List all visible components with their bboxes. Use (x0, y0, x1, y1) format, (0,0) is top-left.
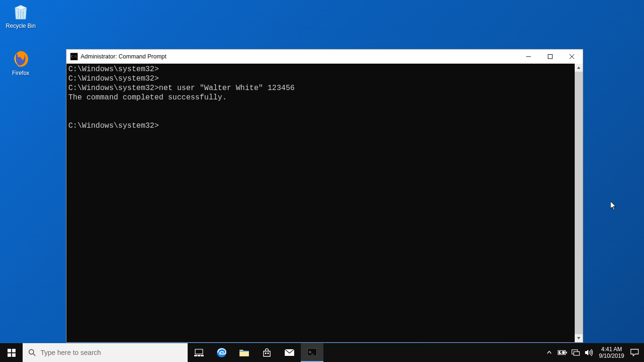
volume-icon (585, 349, 593, 356)
recycle-bin-icon (11, 2, 31, 22)
cmd-taskbar-icon: >_ (307, 348, 317, 356)
svg-rect-14 (194, 355, 197, 356)
minimize-button[interactable] (518, 49, 539, 64)
svg-rect-26 (566, 352, 567, 354)
scroll-up-button[interactable] (575, 64, 583, 72)
svg-rect-8 (12, 349, 15, 352)
scroll-track[interactable] (575, 72, 583, 334)
mouse-cursor (611, 201, 617, 211)
desktop-icon-recycle-bin[interactable]: Recycle Bin (3, 2, 39, 29)
cmd-icon: C:\ (70, 53, 78, 60)
svg-rect-15 (198, 355, 200, 356)
svg-marker-6 (577, 337, 580, 339)
close-button[interactable] (561, 49, 583, 64)
terminal-output[interactable]: C:\Windows\system32> C:\Windows\system32… (66, 64, 575, 342)
desktop-icon-label: Recycle Bin (3, 23, 39, 29)
desktop-icon-firefox[interactable]: Firefox (3, 49, 39, 76)
chevron-up-icon (547, 350, 552, 355)
store-icon (262, 348, 272, 357)
svg-rect-29 (574, 352, 579, 355)
svg-rect-2 (548, 55, 553, 59)
svg-line-12 (33, 354, 36, 356)
task-view-icon (194, 349, 204, 356)
search-icon (28, 349, 36, 356)
tray-battery[interactable] (556, 343, 569, 362)
tray-network[interactable] (569, 343, 582, 362)
clock-date: 9/10/2019 (599, 353, 624, 359)
svg-text:>_: >_ (309, 350, 314, 354)
taskbar-mail[interactable] (278, 343, 301, 362)
svg-rect-18 (239, 352, 249, 356)
window-title: Administrator: Command Prompt (81, 53, 166, 60)
maximize-button[interactable] (539, 49, 561, 64)
tray-clock[interactable]: 4:41 AM 9/10/2019 (595, 343, 628, 362)
svg-rect-20 (265, 353, 266, 354)
tray-action-center[interactable] (628, 343, 641, 362)
network-icon (571, 349, 580, 356)
system-tray: 4:41 AM 9/10/2019 (543, 343, 644, 362)
show-desktop-button[interactable] (641, 343, 644, 362)
svg-marker-5 (577, 66, 580, 69)
taskbar-edge[interactable] (210, 343, 233, 362)
tray-overflow-button[interactable] (543, 343, 556, 362)
notification-icon (630, 349, 639, 356)
search-input[interactable]: Type here to search (23, 343, 188, 362)
task-view-button[interactable] (188, 343, 210, 362)
taskbar-store[interactable] (256, 343, 278, 362)
mail-icon (284, 349, 295, 356)
window-titlebar[interactable]: C:\ Administrator: Command Prompt (66, 49, 583, 64)
tray-volume[interactable] (582, 343, 595, 362)
firefox-icon (11, 49, 31, 69)
svg-rect-21 (267, 353, 269, 354)
scroll-down-button[interactable] (575, 334, 583, 342)
clock-time: 4:41 AM (601, 346, 622, 353)
svg-rect-13 (195, 349, 203, 354)
scroll-thumb[interactable] (575, 72, 583, 334)
taskbar: Type here to search (0, 343, 644, 362)
battery-icon (558, 350, 567, 355)
windows-logo-icon (8, 349, 16, 357)
edge-icon (216, 347, 227, 358)
taskbar-command-prompt[interactable]: >_ (301, 343, 323, 362)
taskbar-file-explorer[interactable] (233, 343, 256, 362)
scrollbar[interactable] (575, 64, 583, 342)
svg-rect-10 (12, 353, 15, 356)
svg-rect-19 (239, 351, 249, 352)
desktop-icon-label: Firefox (3, 70, 39, 76)
svg-rect-9 (8, 353, 11, 356)
svg-rect-7 (8, 349, 11, 352)
svg-point-11 (29, 350, 34, 354)
svg-rect-16 (201, 355, 204, 356)
command-prompt-window: C:\ Administrator: Command Prompt C:\Win… (66, 49, 583, 343)
search-placeholder: Type here to search (41, 349, 101, 356)
folder-icon (239, 348, 249, 357)
start-button[interactable] (0, 343, 23, 362)
